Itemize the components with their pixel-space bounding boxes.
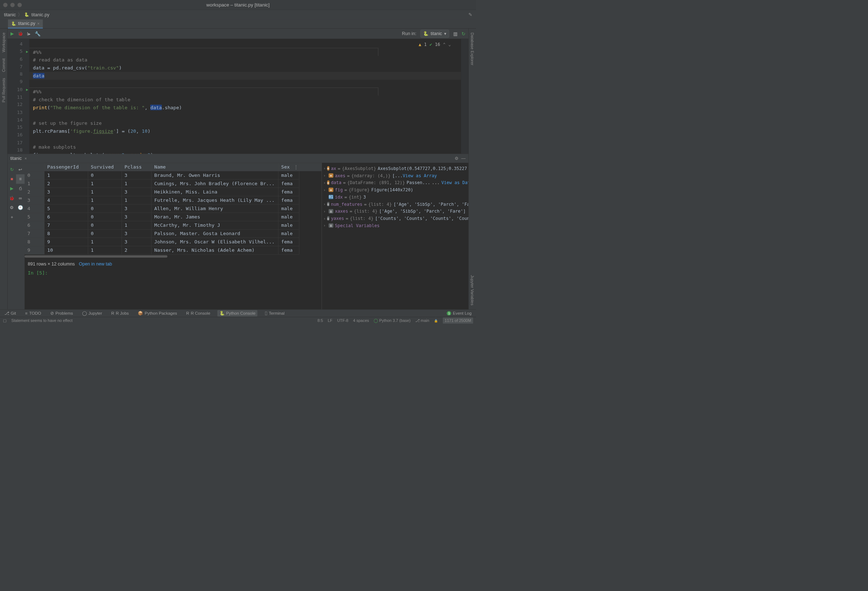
df-col-header[interactable]: Survived <box>88 163 121 171</box>
expand-icon[interactable]: › <box>323 223 327 228</box>
gutter-line[interactable]: 14 <box>7 116 29 124</box>
tw-event-log[interactable]: 1Event Log <box>445 310 474 316</box>
cursor-position[interactable]: 8:5 <box>317 318 323 323</box>
run-icon[interactable]: ▶ <box>7 184 16 193</box>
code-line[interactable]: print("The dimension of the table is: ",… <box>29 103 461 111</box>
table-row[interactable]: 9 10 1 2 Nasser, Mrs. Nicholas (Adele Ac… <box>25 246 322 254</box>
gutter-line[interactable]: 10▶ <box>7 86 29 93</box>
code-line[interactable] <box>29 80 461 87</box>
table-row[interactable]: 8 9 1 3 Johnson, Mrs. Oscar W (Elisabeth… <box>25 238 322 246</box>
open-in-new-tab-link[interactable]: Open in new tab <box>79 261 112 266</box>
gutter-line[interactable]: 16 <box>7 131 29 139</box>
tab-titanic-py[interactable]: 🐍 titanic.py × <box>8 19 43 28</box>
gutter-line[interactable]: 15 <box>7 124 29 131</box>
workspace-tool[interactable]: Workspace <box>1 33 6 52</box>
vars-icon[interactable]: ≡ <box>16 174 25 184</box>
run-cell-marker-icon[interactable]: ▶ <box>26 87 28 92</box>
code-editor[interactable]: 45▶678910▶1112131415161718 ▲ 1 ✔ 16 ⌃ ⌄ … <box>7 39 468 154</box>
variable-row[interactable]: 01 idx = {int} 3 <box>322 194 468 201</box>
settings-icon[interactable]: ⚙ <box>7 203 16 212</box>
code-line[interactable]: # make subplots <box>29 143 461 151</box>
restart-icon[interactable]: ↻ <box>7 165 16 174</box>
view-as-link[interactable]: View as DataFrame <box>441 180 468 185</box>
tw-rjobs[interactable]: RR Jobs <box>109 310 131 316</box>
code-line[interactable]: # check the dimension of the table <box>29 96 461 103</box>
gutter-line[interactable]: 18 <box>7 146 29 154</box>
lock-icon[interactable] <box>434 318 438 323</box>
gutter-line[interactable]: 5▶ <box>7 48 29 55</box>
expand-icon[interactable]: › <box>323 202 326 206</box>
expand-icon[interactable]: › <box>323 209 327 213</box>
table-row[interactable]: 3 4 1 1 Futrelle, Mrs. Jacques Heath (Li… <box>25 196 322 204</box>
gutter-line[interactable]: 7 <box>7 63 29 71</box>
stop-icon[interactable]: ■ <box>7 174 16 184</box>
maximize-window-button[interactable] <box>17 3 22 7</box>
variable-row[interactable]: › ≡ data = {DataFrame: (891, 12)} Passen… <box>322 179 468 186</box>
interpreter-status[interactable]: ◯ Python 3.7 (base) <box>373 318 410 323</box>
jupyter-variables-tool[interactable]: Jupyter Variables <box>470 275 474 305</box>
code-line[interactable]: fig, axes = plt.subplots(nrows=2, ncols=… <box>29 151 461 154</box>
gutter-line[interactable]: 12 <box>7 101 29 108</box>
df-index-header[interactable] <box>25 163 44 171</box>
df-col-header[interactable]: PassengerId <box>44 163 88 171</box>
gutter-line[interactable]: 11 <box>7 93 29 101</box>
indent-setting[interactable]: 4 spaces <box>353 318 369 323</box>
code-line[interactable]: # read data as data <box>29 56 461 64</box>
df-col-header[interactable]: Name <box>152 163 279 171</box>
variable-row[interactable]: › ≣ yaxes = {list: 4} ['Counts', 'Counts… <box>322 215 468 222</box>
history-icon[interactable]: 🕘 <box>16 203 25 212</box>
link-icon[interactable]: ∞ <box>16 194 25 203</box>
gutter-line[interactable]: 8 <box>7 71 29 78</box>
run-cell-icon[interactable]: ▶ <box>10 31 14 36</box>
edit-icon[interactable]: ✎ <box>468 12 472 17</box>
tw-todo[interactable]: ≡TODO <box>23 310 43 316</box>
expand-icon[interactable]: › <box>323 166 326 171</box>
commit-tool[interactable]: Commit <box>1 58 6 72</box>
table-row[interactable]: 5 6 0 3 Moran, Mr. James male <box>25 213 322 221</box>
variable-row[interactable]: › ≣ num_features = {list: 4} ['Age', 'Si… <box>322 200 468 208</box>
code-line[interactable]: #%% <box>29 48 378 56</box>
variable-row[interactable]: › ≡ axes = {ndarray: (4,)} [...View as A… <box>322 172 468 179</box>
variable-row[interactable]: › ≡ ax = {AxesSubplot} AxesSubplot(0.547… <box>322 165 468 172</box>
run-cell-marker-icon[interactable]: ▶ <box>26 49 28 53</box>
ok-icon[interactable]: ✔ <box>429 40 432 49</box>
table-row[interactable]: 2 3 1 3 Heikkinen, Miss. Laina fema <box>25 188 322 196</box>
debug-cell-icon[interactable]: 🐞 <box>18 31 23 36</box>
code-line[interactable]: plt.rcParams['figure.figsize'] = (20, 10… <box>29 127 461 135</box>
memory-indicator[interactable]: 1171 of 2500M <box>443 318 473 324</box>
code-area[interactable]: ▲ 1 ✔ 16 ⌃ ⌄ #%%# read data as datadata … <box>29 39 461 154</box>
line-separator[interactable]: LF <box>328 318 332 323</box>
code-line[interactable] <box>29 135 461 143</box>
table-row[interactable]: 1 2 1 1 Cumings, Mrs. John Bradley (Flor… <box>25 179 322 188</box>
variable-row[interactable]: › ≣ xaxes = {list: 4} ['Age', 'SibSp', '… <box>322 208 468 215</box>
git-branch[interactable]: main <box>415 318 429 323</box>
df-col-header[interactable]: Pclass <box>122 163 152 171</box>
nav-up-icon[interactable]: ⌃ <box>443 40 446 49</box>
tw-jupyter[interactable]: ◯Jupyter <box>80 310 104 316</box>
expand-icon[interactable]: › <box>323 188 327 192</box>
input-prompt[interactable]: In [5]: <box>25 267 322 279</box>
close-window-button[interactable] <box>3 3 7 7</box>
table-row[interactable]: 0 1 0 3 Braund, Mr. Owen Harris male <box>25 171 322 179</box>
variable-row[interactable]: › ≣ Special Variables <box>322 222 468 229</box>
expand-icon[interactable]: › <box>323 180 326 185</box>
expand-icon[interactable]: › <box>323 216 326 221</box>
file-encoding[interactable]: UTF-8 <box>337 318 348 323</box>
gutter-line[interactable]: 13 <box>7 108 29 116</box>
tw-python-packages[interactable]: 📦Python Packages <box>136 310 179 316</box>
bug-icon[interactable]: 🐞 <box>7 194 16 203</box>
code-line[interactable]: data <box>29 72 461 80</box>
wrap-icon[interactable]: ↩ <box>16 165 25 174</box>
tw-problems[interactable]: ⊘Problems <box>48 310 75 316</box>
table-row[interactable]: 4 5 0 3 Allen, Mr. William Henry male <box>25 204 322 213</box>
tw-r-console[interactable]: RR Console <box>184 310 212 316</box>
close-console-tab-icon[interactable]: × <box>25 156 27 161</box>
gutter-line[interactable]: 4 <box>7 40 29 48</box>
table-row[interactable]: 6 7 0 1 McCarthy, Mr. Timothy J male <box>25 221 322 229</box>
minimize-panel-icon[interactable]: — <box>461 156 465 161</box>
warning-icon[interactable]: ▲ <box>419 40 421 49</box>
table-row[interactable]: 7 8 0 3 Palsson, Master. Gosta Leonard m… <box>25 229 322 238</box>
database-explorer-tool[interactable]: Database Explorer <box>470 33 474 65</box>
layout-icon[interactable]: ▥ <box>453 31 458 36</box>
tw-terminal[interactable]: ⌷Terminal <box>263 310 286 316</box>
